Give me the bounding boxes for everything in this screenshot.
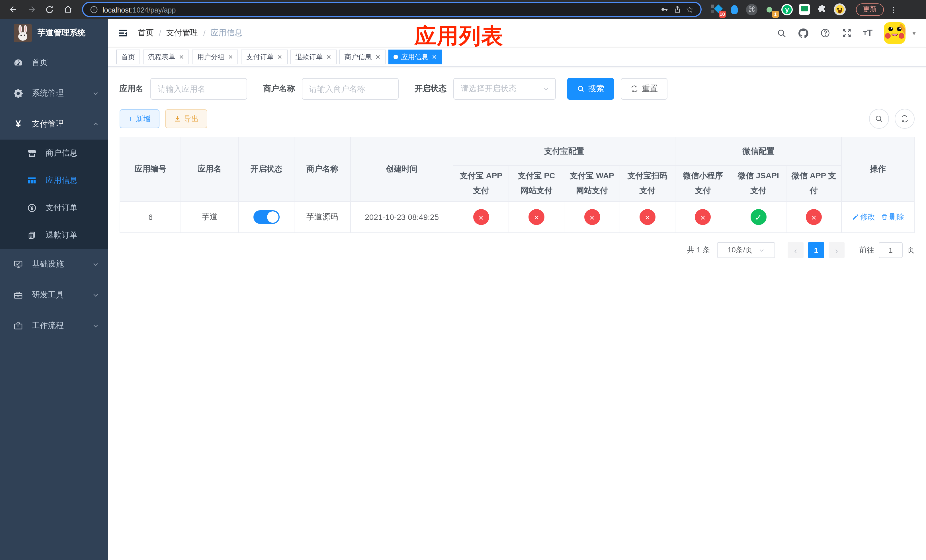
sidebar-item-infrastructure[interactable]: 基础设施 (0, 249, 108, 280)
add-button[interactable]: + 新增 (120, 109, 159, 128)
chrome-menu-icon[interactable]: ⋮ (890, 5, 897, 14)
close-icon[interactable]: ✕ (228, 53, 233, 61)
close-icon[interactable]: ✕ (432, 53, 437, 61)
page-title-annotation: 应用列表 (415, 22, 504, 51)
app-name-label: 应用名 (120, 84, 144, 94)
col-wechat-mini: 微信小程序支付 (675, 165, 731, 201)
col-app-name: 应用名 (181, 137, 238, 201)
chevron-down-icon (92, 261, 99, 268)
ext-yuque-icon[interactable]: y (781, 4, 793, 15)
chevron-up-icon (92, 121, 99, 128)
col-status: 开启状态 (238, 137, 294, 201)
chevron-down-icon (758, 247, 764, 253)
sidebar-item-workflow[interactable]: 工作流程 (0, 310, 108, 341)
store-icon (25, 149, 39, 158)
forward-icon[interactable] (24, 2, 39, 17)
toggle-search-button[interactable] (869, 109, 889, 129)
reset-button[interactable]: 重置 (621, 78, 667, 100)
reload-icon[interactable] (42, 2, 57, 17)
ext-balloon-icon[interactable] (728, 4, 740, 15)
sidebar-item-home[interactable]: 首页 (0, 47, 108, 78)
prev-page-button[interactable]: ‹ (788, 242, 803, 258)
ext-profile-icon[interactable]: 1 (764, 4, 775, 15)
next-page-button[interactable]: › (829, 242, 844, 258)
download-icon (174, 115, 181, 123)
tag-refund-order[interactable]: 退款订单✕ (290, 50, 336, 64)
refresh-table-button[interactable] (895, 109, 915, 129)
chevron-down-icon (92, 322, 99, 329)
chevron-down-icon (543, 85, 549, 92)
tag-home[interactable]: 首页 (116, 50, 140, 64)
sidebar-item-label: 系统管理 (32, 88, 64, 98)
merchant-name-input[interactable] (302, 78, 399, 100)
col-merchant: 商户名称 (294, 137, 351, 201)
sidebar-item-payment-order[interactable]: 支付订单 (0, 194, 108, 222)
cell-wechat-app: × (786, 201, 842, 233)
sidebar-item-label: 首页 (32, 58, 48, 68)
home-icon[interactable] (61, 2, 75, 17)
sidebar-item-dev-tools[interactable]: 研发工具 (0, 280, 108, 310)
tag-process-form[interactable]: 流程表单✕ (143, 50, 189, 64)
sidebar-item-app-info[interactable]: 应用信息 (0, 167, 108, 194)
refresh-icon (631, 85, 639, 93)
trash-icon (881, 213, 888, 221)
close-icon[interactable]: ✕ (277, 53, 282, 61)
bookmark-star-icon[interactable]: ☆ (686, 4, 694, 15)
app-status-switch[interactable] (253, 210, 279, 224)
extensions-puzzle-icon[interactable] (816, 4, 828, 15)
tag-user-group[interactable]: 用户分组✕ (192, 50, 238, 64)
help-icon[interactable] (820, 28, 830, 38)
ext-avatar-smiley-icon[interactable] (834, 3, 846, 15)
status-icon: × (584, 209, 600, 225)
delete-button[interactable]: 删除 (881, 212, 904, 222)
breadcrumb-home[interactable]: 首页 (138, 28, 154, 38)
back-icon[interactable] (6, 2, 21, 17)
tag-merchant-info[interactable]: 商户信息✕ (339, 50, 386, 64)
status-icon: × (528, 209, 545, 225)
text-size-icon[interactable]: TT (863, 28, 873, 38)
chrome-update-button[interactable]: 更新 (856, 3, 884, 16)
goto-page-input[interactable] (879, 242, 903, 258)
ext-tabs-icon[interactable]: 10 (711, 4, 722, 15)
site-info-icon[interactable] (90, 5, 98, 14)
app-title: 芋道管理系统 (38, 28, 85, 38)
ext-chat-icon[interactable] (799, 4, 810, 15)
sidebar-item-payment-management[interactable]: ¥ 支付管理 (0, 109, 108, 139)
toolbox-icon (11, 291, 25, 300)
tag-app-info[interactable]: 应用信息✕ (388, 50, 442, 64)
github-icon[interactable] (797, 28, 808, 38)
status-select[interactable]: 请选择开启状态 (453, 78, 556, 100)
app-name-input[interactable] (150, 78, 247, 100)
share-icon[interactable] (673, 5, 681, 14)
tag-payment-order[interactable]: 支付订单✕ (241, 50, 287, 64)
cell-app-name: 芋道 (181, 201, 238, 233)
close-icon[interactable]: ✕ (375, 53, 380, 61)
cell-status (238, 201, 294, 233)
fullscreen-icon[interactable] (841, 28, 852, 38)
ext-command-icon[interactable]: ⌘ (746, 4, 757, 15)
address-bar[interactable]: localhost:1024/pay/app ☆ (82, 2, 702, 17)
current-page-button[interactable]: 1 (808, 242, 824, 258)
close-icon[interactable]: ✕ (179, 53, 184, 61)
sidebar-item-merchant-info[interactable]: 商户信息 (0, 139, 108, 167)
page-size-select[interactable]: 10条/页 (717, 242, 775, 258)
ext-badge-profile: 1 (772, 11, 779, 17)
navbar-actions: TT ▼ (776, 22, 917, 44)
sidebar-collapse-icon[interactable] (117, 27, 129, 39)
status-label: 开启状态 (415, 84, 446, 94)
edit-button[interactable]: 修改 (852, 212, 875, 222)
search-icon (577, 85, 585, 93)
sidebar-item-system-management[interactable]: 系统管理 (0, 78, 108, 109)
toolbar: + 新增 导出 (120, 109, 915, 129)
search-button[interactable]: 搜索 (567, 78, 614, 100)
password-key-icon[interactable] (660, 5, 668, 14)
export-button[interactable]: 导出 (165, 109, 207, 128)
breadcrumb-payment[interactable]: 支付管理 (166, 28, 198, 38)
close-icon[interactable]: ✕ (326, 53, 331, 61)
url-host: localhost (103, 6, 131, 14)
avatar-caret-icon[interactable]: ▼ (911, 30, 917, 36)
app-logo-row[interactable]: 芋道管理系统 (0, 19, 108, 47)
search-icon[interactable] (776, 28, 786, 38)
sidebar-item-refund-order[interactable]: 退款订单 (0, 222, 108, 249)
avatar[interactable] (884, 22, 905, 44)
